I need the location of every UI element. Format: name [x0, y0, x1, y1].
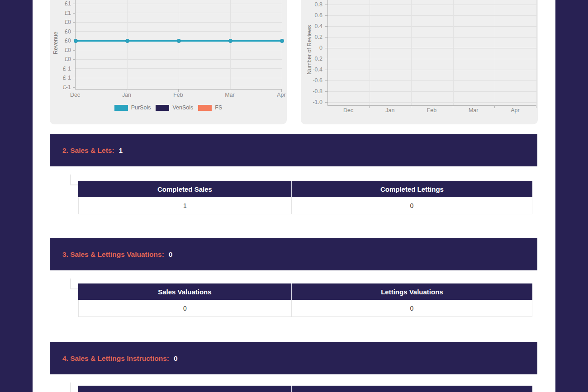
y-tick: £-1 — [50, 65, 71, 72]
section-count: 0 — [169, 250, 173, 259]
section-header-sales-and-lets: 2. Sales & Lets: 1 — [50, 134, 537, 166]
y-tick-label: 0.4 — [315, 23, 322, 30]
legend-label: FS — [215, 104, 222, 111]
legend-item-fs[interactable]: FS — [198, 104, 222, 111]
table-value-cell: 1 — [79, 197, 292, 214]
y-tick: 0.6 — [301, 12, 322, 19]
h-gridline — [328, 15, 536, 16]
legend-swatch — [114, 105, 128, 111]
x-tick-label: Dec — [62, 92, 89, 98]
y-tick-label: -0.2 — [313, 55, 322, 62]
y-tick-label: £1 — [65, 9, 71, 17]
table-connector-line — [70, 279, 78, 289]
y-tick-label: 0.6 — [315, 12, 322, 19]
y-tick: -0.2 — [301, 55, 322, 62]
x-tick-label: Mar — [216, 92, 243, 98]
data-point — [125, 39, 129, 43]
y-tick: £0 — [50, 28, 71, 35]
y-tick: -0.6 — [301, 77, 322, 84]
x-tick-label: Dec — [335, 107, 362, 113]
table-header-cell: Sales Valuations — [78, 283, 292, 300]
table-header-cell: Completed Sales — [78, 181, 292, 197]
y-tick: £1 — [50, 9, 71, 17]
v-gridline — [411, 0, 412, 105]
y-tick: 0.4 — [301, 23, 322, 30]
v-gridline — [282, 0, 282, 89]
x-tick-mark — [453, 106, 453, 108]
y-tick: £0 — [50, 47, 71, 54]
y-tick: 0 — [301, 44, 322, 52]
data-point — [74, 39, 78, 43]
h-gridline — [328, 26, 536, 27]
y-tick-label: £0 — [65, 37, 71, 44]
table-header-cell — [292, 386, 532, 392]
y-tick-label: £0 — [65, 19, 71, 26]
x-tick-label: Apr — [268, 92, 295, 98]
x-tick-label: Jan — [376, 107, 403, 113]
x-tick-label: Apr — [502, 107, 529, 113]
x-tick-mark — [536, 106, 536, 108]
section-title: 4. Sales & Lettings Instructions: — [62, 354, 169, 363]
legend-label: PurSols — [131, 104, 151, 111]
reviews-chart-panel: Number of Reviews 0.80.60.40.20-0.2-0.4-… — [301, 0, 538, 124]
y-tick: -0.4 — [301, 66, 322, 73]
y-tick-label: -1.0 — [313, 99, 322, 106]
y-tick-label: -0.4 — [313, 66, 322, 73]
y-tick-label: 0.8 — [315, 1, 322, 8]
y-tick-label: £-1 — [63, 74, 71, 81]
revenue-plot-area — [75, 0, 282, 90]
y-tick: £0 — [50, 37, 71, 44]
section-count: 0 — [174, 354, 178, 363]
table-header-row: Sales Valuations Lettings Valuations — [78, 283, 532, 300]
h-gridline — [328, 80, 536, 81]
revenue-chart-panel: Revenue £1£1£0£0£0£0£0£-1£-1£-1 DecJanFe… — [50, 0, 287, 124]
data-point — [228, 39, 232, 43]
h-gridline — [328, 102, 536, 103]
section-header-instructions: 4. Sales & Lettings Instructions: 0 — [50, 342, 537, 374]
y-tick: 0.8 — [301, 1, 322, 8]
dashboard-page: Revenue £1£1£0£0£0£0£0£-1£-1£-1 DecJanFe… — [0, 0, 588, 392]
y-tick: £0 — [50, 56, 71, 63]
sales-and-lets-table: Completed Sales Completed Lettings 1 0 — [78, 181, 532, 214]
y-tick-label: £0 — [65, 56, 71, 63]
section-header-valuations: 3. Sales & Lettings Valuations: 0 — [50, 238, 537, 270]
v-gridline — [370, 0, 370, 105]
x-tick-mark — [369, 106, 370, 108]
table-header-row: Completed Sales Completed Lettings — [78, 181, 532, 197]
y-tick-label: £1 — [65, 0, 71, 7]
table-row: 1 0 — [78, 197, 532, 214]
x-tick-label: Feb — [165, 92, 192, 98]
table-header-cell: Completed Lettings — [292, 181, 532, 197]
v-gridline — [536, 0, 537, 105]
y-tick-label: £-1 — [63, 65, 71, 72]
table-connector-line — [70, 383, 78, 392]
legend-item-vensols[interactable]: VenSols — [156, 104, 193, 111]
table-row: 0 0 — [78, 300, 532, 317]
y-tick: £1 — [50, 0, 71, 7]
h-gridline — [328, 91, 536, 92]
v-gridline — [230, 0, 231, 89]
legend-swatch — [156, 105, 169, 111]
y-tick: -0.8 — [301, 88, 322, 95]
v-gridline — [127, 0, 128, 89]
x-tick-mark — [494, 106, 495, 108]
y-tick-label: £0 — [65, 28, 71, 35]
table-value-cell: 0 — [292, 300, 532, 316]
y-tick-label: £0 — [65, 47, 71, 54]
y-tick: 0.2 — [301, 33, 322, 41]
y-tick-label: -0.8 — [313, 88, 322, 95]
revenue-chart-legend: PurSolsVenSolsFS — [50, 104, 287, 111]
table-header-cell — [78, 386, 292, 392]
y-tick: -1.0 — [301, 99, 322, 106]
legend-item-pursols[interactable]: PurSols — [114, 104, 151, 111]
reviews-plot-area — [327, 0, 536, 106]
y-tick-label: 0 — [319, 44, 322, 52]
x-tick-label: Jan — [113, 92, 140, 98]
y-tick-label: -0.6 — [313, 77, 322, 84]
h-gridline — [328, 37, 536, 38]
instructions-table — [78, 386, 532, 392]
legend-swatch — [198, 105, 212, 111]
table-header-cell: Lettings Valuations — [292, 283, 532, 300]
h-gridline — [328, 70, 536, 70]
section-count: 1 — [119, 146, 123, 155]
